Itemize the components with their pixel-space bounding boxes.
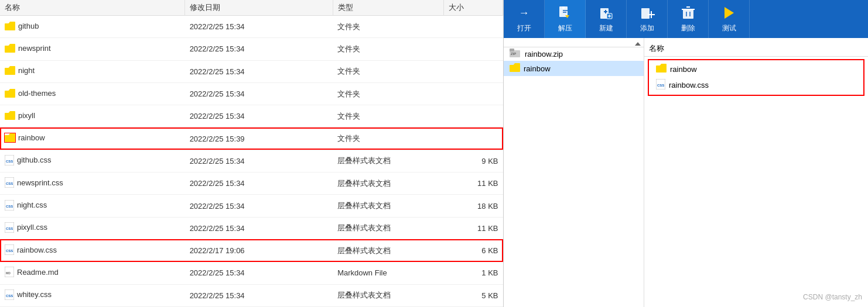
zip-tree-panel: ZIP rainbow.zip rainbow <box>504 38 644 307</box>
file-name-label: whitey.css <box>17 290 52 299</box>
css-file-icon: CSS <box>656 79 665 91</box>
col-size: 大小 <box>444 0 503 16</box>
svg-rect-15 <box>562 6 565 9</box>
file-icon: github <box>5 22 39 30</box>
file-modified-cell: 2022/2/25 15:34 <box>185 38 333 60</box>
file-type-cell: 层叠样式表文档 <box>333 195 443 217</box>
file-name-cell: CSS rainbow.css <box>0 239 185 261</box>
table-row[interactable]: CSS pixyll.css2022/2/25 15:34层叠样式表文档11 K… <box>0 217 503 239</box>
file-name-cell: CSS newsprint.css <box>0 173 185 195</box>
zip-file-item-rainbow-folder[interactable]: rainbow <box>650 61 862 77</box>
file-size-cell: 18 KB <box>444 195 503 217</box>
folder-icon <box>510 63 520 74</box>
table-row[interactable]: newsprint2022/2/25 15:34文件夹 <box>0 38 503 60</box>
col-modified: 修改日期 <box>185 0 333 16</box>
toolbar-extract-button[interactable]: 解压 <box>545 0 586 38</box>
zip-files-column-name: 名称 <box>649 43 664 54</box>
zip-files-header: 名称 <box>644 41 868 57</box>
table-row[interactable]: github2022/2/25 15:34文件夹 <box>0 16 503 38</box>
table-row[interactable]: CSS night.css2022/2/25 15:34层叠样式表文档18 KB <box>0 195 503 217</box>
file-name-cell: CSS whitey.css <box>0 284 185 306</box>
file-name-cell: CSS github.css <box>0 150 185 172</box>
file-size-cell <box>444 16 503 38</box>
svg-rect-25 <box>641 8 650 19</box>
file-size-cell <box>444 127 503 150</box>
file-modified-cell: 2022/2/25 15:39 <box>185 127 333 150</box>
svg-rect-28 <box>683 9 693 19</box>
zip-file-rainbow-css-label: rainbow.css <box>669 81 709 89</box>
file-type-cell: 层叠样式表文档 <box>333 217 443 239</box>
toolbar-delete-button[interactable]: 删除 <box>668 0 709 38</box>
file-modified-cell: 2022/2/25 15:34 <box>185 195 333 217</box>
zip-tree-rainbow-label: rainbow <box>524 64 551 73</box>
toolbar-test-button[interactable]: 测试 <box>709 0 750 38</box>
table-row[interactable]: night2022/2/25 15:34文件夹 <box>0 60 503 82</box>
table-row[interactable]: CSS whitey.css2022/2/25 15:34层叠样式表文档5 KB <box>0 284 503 306</box>
toolbar-open-label: 打开 <box>517 23 531 33</box>
svg-marker-33 <box>725 7 734 19</box>
zip-file-item-rainbow-css[interactable]: CSS rainbow.css <box>650 77 862 94</box>
zip-files-panel: 名称 rainbow CSS <box>644 38 868 307</box>
file-type-cell: 文件夹 <box>333 105 443 127</box>
file-icon: pixyll <box>5 111 35 120</box>
file-name-label: newsprint <box>18 44 51 53</box>
table-row[interactable]: CSS github.css2022/2/25 15:34层叠样式表文档9 KB <box>0 150 503 172</box>
svg-text:CSS: CSS <box>6 294 13 298</box>
file-type-cell: 层叠样式表文档 <box>333 150 443 172</box>
file-name-label: github.css <box>17 156 52 164</box>
toolbar-new-label: 新建 <box>599 23 613 33</box>
zip-content-area: ZIP rainbow.zip rainbow 名称 <box>504 38 868 307</box>
file-type-cell: 文件夹 <box>333 16 443 38</box>
file-type-cell: 文件夹 <box>333 127 443 150</box>
zip-filename: rainbow.zip <box>525 50 563 58</box>
file-modified-cell: 2022/2/25 15:34 <box>185 105 333 127</box>
svg-text:CSS: CSS <box>6 160 13 163</box>
file-name-label: night.css <box>17 201 47 209</box>
file-icon: CSS rainbow.css <box>5 244 57 255</box>
file-modified-cell: 2022/2/25 15:34 <box>185 262 333 284</box>
file-icon: night <box>5 66 35 75</box>
file-type-cell: Markdown File <box>333 262 443 284</box>
svg-text:CSS: CSS <box>6 182 13 185</box>
zip-root-header: ZIP rainbow.zip <box>504 47 644 61</box>
file-type-cell: 层叠样式表文档 <box>333 173 443 195</box>
file-size-cell: 1 KB <box>444 262 503 284</box>
svg-text:ZIP: ZIP <box>511 52 516 56</box>
file-explorer-panel: 名称 修改日期 类型 大小 github2022/2/25 15:34文件夹 n… <box>0 0 504 307</box>
arrow-right-icon: → <box>516 5 532 21</box>
delete-icon <box>680 5 696 21</box>
zip-highlighted-files-box: rainbow CSS rainbow.css <box>648 59 864 96</box>
toolbar-new-button[interactable]: 新建 <box>586 0 627 38</box>
file-name-cell: pixyll <box>0 105 185 127</box>
file-size-cell <box>444 38 503 60</box>
svg-text:CSS: CSS <box>6 227 13 230</box>
svg-text:CSS: CSS <box>6 205 13 208</box>
toolbar-add-label: 添加 <box>640 23 654 33</box>
scroll-area <box>504 41 644 47</box>
file-type-cell: 层叠样式表文档 <box>333 239 443 261</box>
table-row[interactable]: old-themes2022/2/25 15:34文件夹 <box>0 82 503 105</box>
file-name-cell: old-themes <box>0 82 185 105</box>
zip-tree-item-rainbow[interactable]: rainbow <box>504 61 644 76</box>
toolbar-open-button[interactable]: → 打开 <box>504 0 545 38</box>
file-icon: CSS github.css <box>5 155 52 165</box>
table-row[interactable]: CSS rainbow.css2022/2/17 19:06层叠样式表文档6 K… <box>0 239 503 261</box>
file-size-cell <box>444 105 503 127</box>
extract-icon <box>557 5 573 21</box>
file-icon: CSS whitey.css <box>5 289 52 300</box>
file-name-label: night <box>18 66 35 75</box>
zip-toolbar: → 打开 解压 <box>504 0 868 38</box>
toolbar-add-button[interactable]: 添加 <box>627 0 668 38</box>
table-row[interactable]: CSS newsprint.css2022/2/25 15:34层叠样式表文档1… <box>0 173 503 195</box>
svg-text:CSS: CSS <box>657 84 664 87</box>
file-name-cell: night <box>0 60 185 82</box>
table-row[interactable]: MD Readme.md2022/2/25 15:34Markdown File… <box>0 262 503 284</box>
svg-rect-35 <box>510 49 514 51</box>
file-size-cell: 9 KB <box>444 150 503 172</box>
file-name-label: github <box>18 22 39 30</box>
file-icon: CSS night.css <box>5 200 47 211</box>
file-modified-cell: 2022/2/25 15:34 <box>185 16 333 38</box>
file-size-cell <box>444 60 503 82</box>
table-row[interactable]: pixyll2022/2/25 15:34文件夹 <box>0 105 503 127</box>
table-row[interactable]: rainbow2022/2/25 15:39文件夹 <box>0 127 503 150</box>
